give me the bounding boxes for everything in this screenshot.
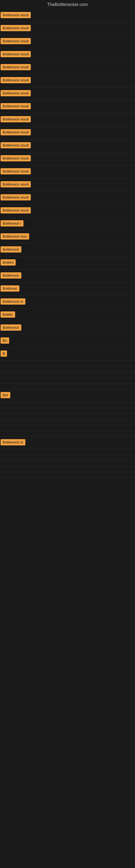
- result-row: [0, 383, 135, 389]
- result-row: [0, 461, 135, 467]
- bottleneck-result-badge[interactable]: Bottleneck result: [1, 38, 31, 44]
- result-row: Bottlenec: [0, 283, 135, 296]
- result-row: Bottleneck result: [0, 48, 135, 61]
- result-row: [0, 408, 135, 414]
- bottleneck-result-badge[interactable]: Bottleneck re: [1, 299, 26, 305]
- result-row: Bottleneck result: [0, 140, 135, 152]
- bottleneck-result-badge[interactable]: Bottleneck result: [1, 129, 31, 135]
- result-row: [0, 472, 135, 478]
- bottleneck-result-badge[interactable]: Bottleneck result: [1, 25, 31, 31]
- result-row: Bottleneck re: [0, 296, 135, 309]
- result-row: Bottleneck r: [0, 218, 135, 230]
- result-row: [0, 414, 135, 420]
- bottleneck-result-badge[interactable]: Bottleneck result: [1, 194, 31, 200]
- bottleneck-result-badge[interactable]: Bottleneck result: [1, 116, 31, 122]
- bottleneck-result-badge[interactable]: Bottleneck: [1, 272, 21, 279]
- result-row: Bottleneck result: [0, 126, 135, 140]
- bottleneck-result-badge[interactable]: Bottleneck result: [1, 103, 31, 109]
- bottleneck-result-badge[interactable]: Bottlen: [1, 259, 16, 266]
- result-row: Bottleneck: [0, 270, 135, 283]
- result-row: Bottleneck result: [0, 9, 135, 22]
- result-row: Bottleneck result: [0, 113, 135, 126]
- bottleneck-result-badge[interactable]: Bottleneck result: [1, 64, 31, 70]
- result-row: [0, 425, 135, 431]
- result-row: Bottleneck result: [0, 100, 135, 113]
- result-row: [0, 455, 135, 461]
- bottleneck-result-badge[interactable]: Bo: [1, 337, 9, 344]
- bottleneck-result-badge[interactable]: Bottleneck result: [1, 155, 31, 161]
- result-row: Bottlen: [0, 257, 135, 270]
- result-row: B: [0, 348, 135, 361]
- result-row: Bottleneck result: [0, 152, 135, 165]
- result-row: Bottleneck result: [0, 87, 135, 100]
- bottleneck-result-badge[interactable]: Bottlenec: [1, 285, 19, 291]
- result-row: Bottleneck result: [0, 179, 135, 191]
- result-row: [0, 361, 135, 367]
- bottleneck-result-badge[interactable]: Bottleneck resu: [1, 233, 29, 240]
- result-row: [0, 431, 135, 436]
- bottleneck-result-badge[interactable]: Bottleneck result: [1, 168, 31, 175]
- bottleneck-result-badge[interactable]: Bottleneck r: [1, 220, 24, 226]
- bottleneck-result-badge[interactable]: Bottler: [1, 311, 15, 318]
- bottleneck-result-badge[interactable]: Bottleneck: [1, 324, 21, 331]
- result-row: [0, 450, 135, 455]
- result-row: Bottleneck result: [0, 191, 135, 205]
- result-row: [0, 367, 135, 372]
- result-row: Bot: [0, 389, 135, 402]
- result-row: [0, 420, 135, 425]
- bottleneck-result-badge[interactable]: Bot: [1, 392, 10, 398]
- result-row: [0, 372, 135, 378]
- result-row: Bottleneck result: [0, 205, 135, 218]
- result-row: Bottleneck result: [0, 22, 135, 35]
- bottleneck-result-badge[interactable]: Bottleneck result: [1, 181, 31, 187]
- result-row: [0, 467, 135, 472]
- bottleneck-result-badge[interactable]: B: [1, 350, 7, 357]
- result-row: Bottleneck result: [0, 74, 135, 87]
- result-row: Bottleneck: [0, 322, 135, 335]
- result-row: Bottleneck result: [0, 35, 135, 48]
- result-row: Bottleneck re: [0, 436, 135, 450]
- result-row: Bottler: [0, 309, 135, 322]
- result-row: Bottleneck result: [0, 61, 135, 74]
- bottleneck-result-badge[interactable]: Bottleneck: [1, 246, 21, 252]
- result-row: Bottleneck: [0, 244, 135, 257]
- bottleneck-result-badge[interactable]: Bottleneck result: [1, 207, 31, 214]
- site-title: TheBottlenecker.com: [0, 0, 135, 9]
- result-row: [0, 378, 135, 383]
- result-row: Bo: [0, 335, 135, 348]
- bottleneck-result-badge[interactable]: Bottleneck result: [1, 12, 31, 18]
- result-row: [0, 402, 135, 408]
- bottleneck-result-badge[interactable]: Bottleneck result: [1, 90, 31, 96]
- bottleneck-result-badge[interactable]: Bottleneck result: [1, 142, 31, 148]
- bottleneck-result-badge[interactable]: Bottleneck result: [1, 51, 31, 57]
- result-row: Bottleneck result: [0, 165, 135, 179]
- result-row: Bottleneck resu: [0, 230, 135, 244]
- bottleneck-result-badge[interactable]: Bottleneck re: [1, 439, 26, 445]
- bottleneck-result-badge[interactable]: Bottleneck result: [1, 77, 31, 83]
